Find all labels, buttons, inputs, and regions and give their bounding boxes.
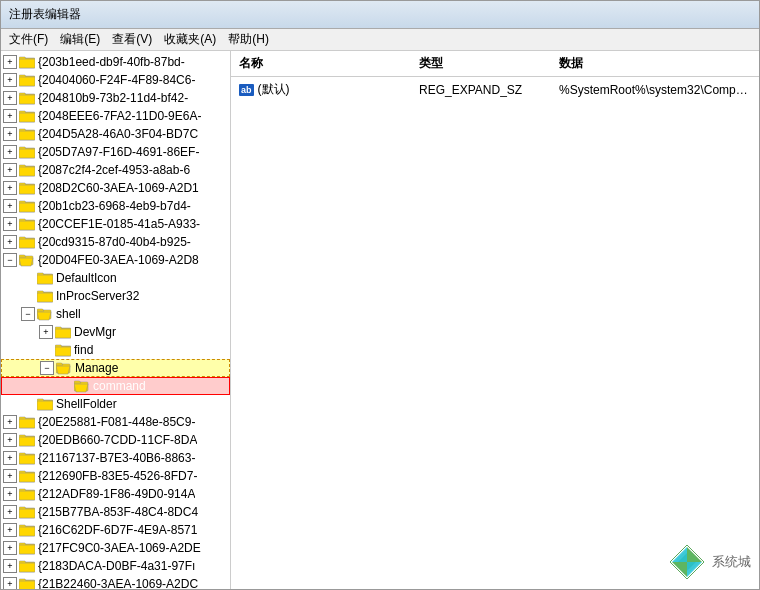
tree-label: {212ADF89-1F86-49D0-914A (38, 487, 195, 501)
tree-row[interactable]: + {212ADF89-1F86-49D0-914A (1, 485, 230, 503)
collapse-icon[interactable]: − (3, 253, 17, 267)
expand-icon[interactable]: + (3, 145, 17, 159)
folder-icon (19, 163, 35, 177)
tree-label: {2087c2f4-2cef-4953-a8ab-6 (38, 163, 190, 177)
tree-row[interactable]: ShellFolder (1, 395, 230, 413)
svg-rect-47 (19, 509, 35, 518)
folder-icon (56, 361, 72, 375)
folder-icon (19, 181, 35, 195)
expand-icon[interactable]: + (3, 127, 17, 141)
watermark-logo (668, 543, 706, 581)
menu-item[interactable]: 查看(V) (106, 29, 158, 50)
svg-rect-26 (37, 293, 53, 302)
menu-item[interactable]: 帮助(H) (222, 29, 275, 50)
tree-label: {20cd9315-87d0-40b4-b925- (38, 235, 191, 249)
col-name: 名称 (239, 55, 419, 72)
tree-row[interactable]: command (1, 377, 230, 395)
expand-icon[interactable]: + (39, 325, 53, 339)
tree-row[interactable]: + {21167137-B7E3-40B6-8863- (1, 449, 230, 467)
folder-icon (37, 271, 53, 285)
tree-row[interactable]: + {215B77BA-853F-48C4-8DC4 (1, 503, 230, 521)
tree-label: DefaultIcon (56, 271, 117, 285)
svg-rect-45 (19, 491, 35, 500)
expand-icon[interactable]: + (3, 415, 17, 429)
tree-row[interactable]: + {20cd9315-87d0-40b4-b925- (1, 233, 230, 251)
tree-row[interactable]: find (1, 341, 230, 359)
svg-rect-5 (19, 95, 35, 104)
expand-icon[interactable]: + (3, 559, 17, 573)
expand-icon[interactable]: + (3, 109, 17, 123)
svg-rect-17 (19, 203, 35, 212)
title-bar: 注册表编辑器 (1, 1, 759, 29)
menu-bar: 文件(F)编辑(E)查看(V)收藏夹(A)帮助(H) (1, 29, 759, 51)
tree-row[interactable]: + {2087c2f4-2cef-4953-a8ab-6 (1, 161, 230, 179)
expander-placeholder (58, 379, 72, 393)
tree-row[interactable]: + {216C62DF-6D7F-4E9A-8571 (1, 521, 230, 539)
tree-row[interactable]: + {203b1eed-db9f-40fb-87bd- (1, 53, 230, 71)
svg-rect-41 (19, 455, 35, 464)
expand-icon[interactable]: + (3, 469, 17, 483)
expand-icon[interactable]: + (3, 163, 17, 177)
folder-icon (19, 415, 35, 429)
tree-row[interactable]: − Manage (1, 359, 230, 377)
tree-row[interactable]: InProcServer32 (1, 287, 230, 305)
tree-row[interactable]: + DevMgr (1, 323, 230, 341)
tree-row[interactable]: DefaultIcon (1, 269, 230, 287)
collapse-icon[interactable]: − (40, 361, 54, 375)
tree-row[interactable]: + {21B22460-3AEA-1069-A2DC (1, 575, 230, 589)
tree-row[interactable]: + {20404060-F24F-4F89-84C6- (1, 71, 230, 89)
expand-icon[interactable]: + (3, 451, 17, 465)
tree-label: {203b1eed-db9f-40fb-87bd- (38, 55, 185, 69)
expand-icon[interactable]: + (3, 577, 17, 589)
tree-row[interactable]: + {217FC9C0-3AEA-1069-A2DE (1, 539, 230, 557)
tree-row[interactable]: + {20E25881-F081-448e-85C9- (1, 413, 230, 431)
expand-icon[interactable]: + (3, 181, 17, 195)
expand-icon[interactable]: + (3, 91, 17, 105)
menu-item[interactable]: 编辑(E) (54, 29, 106, 50)
tree-row[interactable]: + {204810b9-73b2-11d4-bf42- (1, 89, 230, 107)
right-panel: 名称 类型 数据 ab(默认)REG_EXPAND_SZ%SystemRoot%… (231, 51, 759, 589)
tree-row[interactable]: + {20b1cb23-6968-4eb9-b7d4- (1, 197, 230, 215)
expand-icon[interactable]: + (3, 523, 17, 537)
expand-icon[interactable]: + (3, 235, 17, 249)
tree-row[interactable]: − shell (1, 305, 230, 323)
expand-icon[interactable]: + (3, 217, 17, 231)
expand-icon[interactable]: + (3, 199, 17, 213)
tree-row[interactable]: + {205D7A97-F16D-4691-86EF- (1, 143, 230, 161)
expand-icon[interactable]: + (3, 55, 17, 69)
menu-item[interactable]: 收藏夹(A) (158, 29, 222, 50)
tree-label: {217FC9C0-3AEA-1069-A2DE (38, 541, 201, 555)
tree-label: {212690FB-83E5-4526-8FD7- (38, 469, 197, 483)
tree-row[interactable]: + {20CCEF1E-0185-41a5-A933- (1, 215, 230, 233)
tree-row[interactable]: − {20D04FE0-3AEA-1069-A2D8 (1, 251, 230, 269)
right-row[interactable]: ab(默认)REG_EXPAND_SZ%SystemRoot%\system32… (231, 79, 759, 100)
tree-row[interactable]: + {20EDB660-7CDD-11CF-8DA (1, 431, 230, 449)
expand-icon[interactable]: + (3, 433, 17, 447)
menu-item[interactable]: 文件(F) (3, 29, 54, 50)
folder-icon (19, 559, 35, 573)
tree-row[interactable]: + {208D2C60-3AEA-1069-A2D1 (1, 179, 230, 197)
tree-label: Manage (75, 361, 118, 375)
tree-label: {205D7A97-F16D-4691-86EF- (38, 145, 199, 159)
folder-icon (55, 325, 71, 339)
reg-ab-icon: ab (239, 84, 254, 96)
expand-icon[interactable]: + (3, 73, 17, 87)
svg-rect-15 (19, 185, 35, 194)
expand-icon[interactable]: + (3, 505, 17, 519)
expand-icon[interactable]: + (3, 541, 17, 555)
svg-rect-37 (19, 419, 35, 428)
collapse-icon[interactable]: − (21, 307, 35, 321)
tree-row[interactable]: + {2183DACA-D0BF-4a31-97Fı (1, 557, 230, 575)
expand-icon[interactable]: + (3, 487, 17, 501)
tree-panel[interactable]: + {203b1eed-db9f-40fb-87bd-+ {20404060-F… (1, 51, 231, 589)
folder-icon (37, 397, 53, 411)
expander-placeholder (21, 271, 35, 285)
tree-label: {2048EEE6-7FA2-11D0-9E6A- (38, 109, 201, 123)
expander-placeholder (21, 289, 35, 303)
tree-row[interactable]: + {204D5A28-46A0-3F04-BD7C (1, 125, 230, 143)
tree-row[interactable]: + {212690FB-83E5-4526-8FD7- (1, 467, 230, 485)
tree-label: {20E25881-F081-448e-85C9- (38, 415, 195, 429)
tree-row[interactable]: + {2048EEE6-7FA2-11D0-9E6A- (1, 107, 230, 125)
tree-label: shell (56, 307, 81, 321)
window-title: 注册表编辑器 (9, 6, 81, 23)
